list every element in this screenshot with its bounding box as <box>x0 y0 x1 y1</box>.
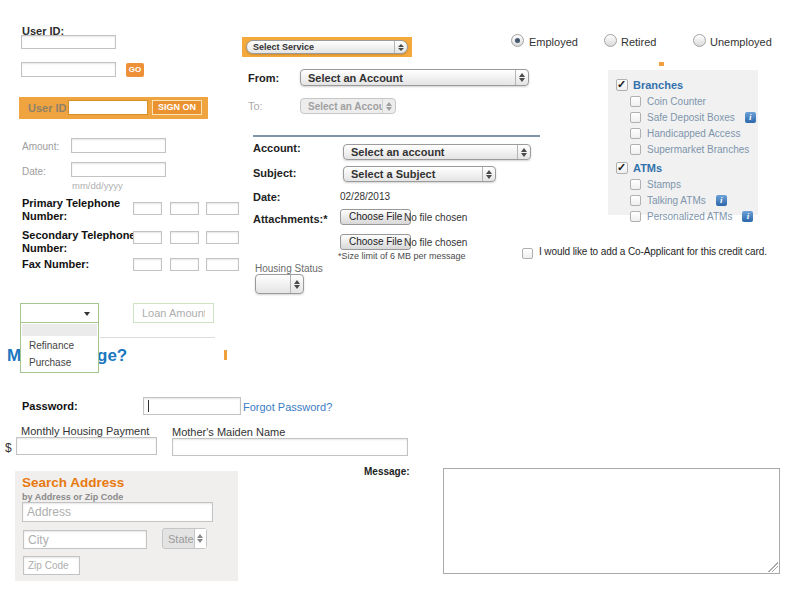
secondary-phone-part2[interactable] <box>170 231 199 244</box>
chevron-down-icon <box>84 312 90 316</box>
date-format-hint: mm/dd/yyyy <box>72 180 123 191</box>
talking-atms-checkbox[interactable] <box>630 195 641 206</box>
from-account-select-value: Select an Account <box>301 72 515 84</box>
co-applicant-checkbox[interactable] <box>522 248 533 259</box>
address-input[interactable] <box>22 502 213 522</box>
stamps-label: Stamps <box>647 179 681 190</box>
signon-user-id-label: User ID: <box>28 102 70 114</box>
sign-on-button[interactable]: SIGN ON <box>152 100 202 115</box>
info-icon[interactable]: i <box>716 195 727 206</box>
select-stepper-icon <box>394 41 407 53</box>
handicapped-access-checkbox[interactable] <box>630 128 641 139</box>
loan-type-option-blank[interactable] <box>22 324 97 336</box>
loan-type-option-purchase[interactable]: Purchase <box>29 357 71 368</box>
amount-input[interactable] <box>71 138 166 153</box>
account-label: Account: <box>253 142 301 154</box>
talking-atms-label: Talking ATMs <box>647 195 706 206</box>
primary-phone-part2[interactable] <box>170 202 199 215</box>
to-account-select: Select an Account <box>300 98 396 114</box>
currency-symbol: $ <box>5 441 12 455</box>
retired-radio[interactable] <box>604 34 617 47</box>
loan-type-menu: Refinance Purchase <box>20 322 99 373</box>
go-button[interactable]: GO <box>126 63 144 77</box>
search-address-title: Search Address <box>22 475 124 490</box>
no-file-chosen-text-2: No file chosen <box>404 237 467 248</box>
mothers-maiden-name-input[interactable] <box>172 438 408 456</box>
section-divider <box>253 135 540 137</box>
atms-group-label: ATMs <box>633 162 662 174</box>
section-divider-small <box>100 337 215 338</box>
branches-group-label: Branches <box>633 79 683 91</box>
zip-code-input[interactable] <box>23 556 80 575</box>
handicapped-access-label: Handicapped Access <box>647 128 740 139</box>
safe-deposit-boxes-label: Safe Deposit Boxes <box>647 112 735 123</box>
personalized-atms-checkbox[interactable] <box>630 211 641 222</box>
user-id-input[interactable] <box>21 35 116 49</box>
monthly-housing-payment-input[interactable] <box>16 437 157 455</box>
atms-checkbox[interactable] <box>616 162 628 174</box>
supermarket-branches-label: Supermarket Branches <box>647 144 749 155</box>
password-input[interactable] <box>143 397 241 415</box>
select-stepper-icon <box>482 167 495 181</box>
date-input[interactable] <box>71 162 166 177</box>
select-stepper-icon <box>194 529 206 548</box>
choose-file-button-1[interactable]: Choose File <box>340 209 411 225</box>
secondary-phone-label: Secondary Telephone Number: <box>22 229 142 255</box>
info-icon[interactable]: i <box>742 211 753 222</box>
housing-status-select[interactable] <box>255 274 304 294</box>
secondary-phone-part1[interactable] <box>133 231 162 244</box>
signon-bar: User ID: SIGN ON <box>19 97 208 119</box>
partial-heading-right: ge? <box>97 346 127 366</box>
fax-number-label: Fax Number: <box>22 258 89 270</box>
choose-file-button-2[interactable]: Choose File <box>340 234 411 250</box>
secondary-phone-part3[interactable] <box>206 231 239 244</box>
signon-user-id-input[interactable] <box>68 100 148 115</box>
coin-counter-checkbox[interactable] <box>630 96 641 107</box>
fax-part1[interactable] <box>133 258 162 271</box>
message-label: Message: <box>364 466 410 477</box>
message-date-label: Date: <box>253 191 281 203</box>
subject-select[interactable]: Select a Subject <box>343 166 496 182</box>
account-select[interactable]: Select an account <box>343 144 531 160</box>
select-stepper-icon <box>515 70 528 85</box>
loan-type-option-refinance[interactable]: Refinance <box>29 340 74 351</box>
orange-dot-fragment <box>659 62 664 66</box>
employed-radio[interactable] <box>511 34 524 47</box>
attachment-size-note: *Size limit of 6 MB per message <box>338 251 466 261</box>
unemployed-label: Unemployed <box>710 36 772 48</box>
page: User ID: GO User ID: SIGN ON Amount: Dat… <box>0 0 800 600</box>
safe-deposit-boxes-checkbox[interactable] <box>630 112 641 123</box>
retired-label: Retired <box>621 36 656 48</box>
co-applicant-label: I would like to add a Co-Applicant for t… <box>539 246 767 257</box>
stamps-checkbox[interactable] <box>630 179 641 190</box>
info-icon[interactable]: i <box>745 112 756 123</box>
date-label: Date: <box>22 166 46 177</box>
fax-part2[interactable] <box>170 258 199 271</box>
city-input[interactable] <box>23 530 147 549</box>
unemployed-radio[interactable] <box>693 34 706 47</box>
to-account-select-value: Select an Account <box>301 101 382 112</box>
search-address-subtitle: by Address or Zip Code <box>22 492 123 502</box>
from-account-select[interactable]: Select an Account <box>300 69 529 86</box>
loan-type-select[interactable] <box>20 303 99 323</box>
employed-label: Employed <box>529 36 578 48</box>
state-select-value: State <box>163 533 194 545</box>
locations-panel: Branches Coin Counter Safe Deposit Boxes… <box>608 70 758 215</box>
select-stepper-icon <box>517 145 530 159</box>
branches-checkbox[interactable] <box>616 79 628 91</box>
resize-handle-icon[interactable] <box>768 562 778 572</box>
search-address-panel: Search Address by Address or Zip Code St… <box>15 471 238 581</box>
loan-amount-input[interactable] <box>133 303 214 323</box>
subject-label: Subject: <box>253 167 296 179</box>
message-textarea[interactable] <box>443 468 780 574</box>
personalized-atms-label: Personalized ATMs <box>647 211 732 222</box>
primary-phone-part3[interactable] <box>206 202 239 215</box>
primary-phone-part1[interactable] <box>133 202 162 215</box>
fax-part3[interactable] <box>206 258 239 271</box>
forgot-password-link[interactable]: Forgot Password? <box>243 401 332 413</box>
supermarket-branches-checkbox[interactable] <box>630 144 641 155</box>
state-select[interactable]: State <box>162 528 207 549</box>
service-select[interactable]: Select Service <box>246 40 408 54</box>
quick-search-input[interactable] <box>21 62 116 77</box>
amount-label: Amount: <box>22 141 59 152</box>
